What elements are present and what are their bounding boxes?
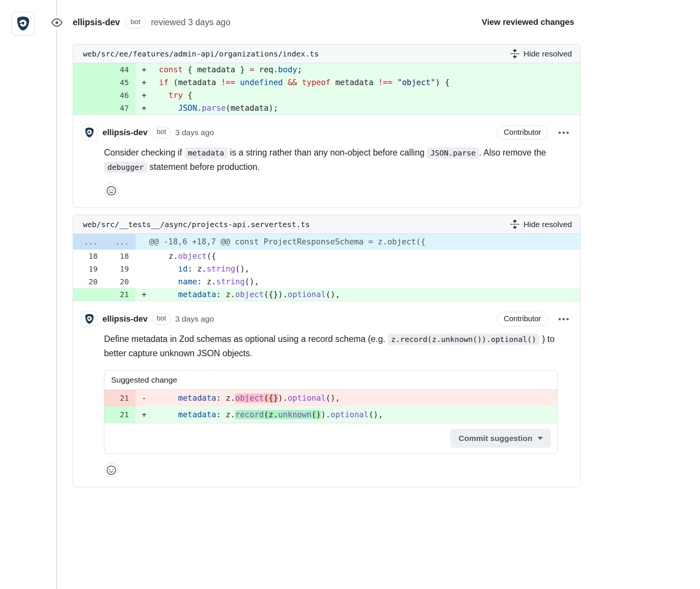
code-content: +const { metadata } = req.body; [136,63,580,76]
line-number[interactable] [73,102,104,114]
diff-sign: + [142,288,159,301]
code-content: name: z.string(), [136,275,580,288]
line-number[interactable]: 44 [104,63,136,76]
suggested-change-title: Suggested change [104,371,557,390]
diff-line: 21- metadata: z.object({}).optional(), [104,390,557,406]
code-content: + JSON.parse(metadata); [136,102,580,114]
inline-code: z.record(z.unknown()).optional() [388,334,540,345]
unfold-icon [510,49,520,59]
unfold-icon [510,219,520,229]
comment-timestamp[interactable]: 3 days ago [175,128,214,137]
diff-line: 1919 id: z.string(), [73,262,580,275]
commit-suggestion-button[interactable]: Commit suggestion [450,429,551,448]
line-number[interactable]: 21 [104,406,136,423]
review-meta-text: reviewed 3 days ago [151,17,231,27]
suggestion-diff: 21- metadata: z.object({}).optional(),21… [104,390,557,423]
comment-thread: ellipsis-dev bot 3 days ago Contributor … [73,114,580,208]
inline-code: debugger [104,162,147,173]
bot-badge: bot [152,127,171,138]
comment-header: ellipsis-dev bot 3 days ago Contributor [81,311,571,327]
code-content: - metadata: z.object({}).optional(), [136,390,557,406]
add-reaction-button[interactable] [104,463,118,477]
diff-line: 21+ metadata: z.record(z.unknown()).opti… [104,406,557,423]
code-content: z.object({ [136,250,580,262]
diff-sign: + [142,76,159,89]
diff-line: 21+ metadata: z.object({}).optional(), [73,288,580,301]
eye-icon [51,17,63,28]
diff-block: ......@@ -18,6 +18,7 @@ const ProjectRes… [73,234,580,301]
hide-resolved-button[interactable]: Hide resolved [510,49,572,59]
code-content: id: z.string(), [136,262,580,275]
ellipsis-logo-icon [83,127,95,139]
reviewer-avatar[interactable] [11,12,35,35]
line-number[interactable]: 18 [73,250,104,262]
line-number[interactable]: 21 [104,390,136,406]
code-content: + metadata: z.object({}).optional(), [136,288,580,301]
diff-line: 46+ try { [73,89,580,102]
diff-sign: + [142,89,159,102]
timeline-line [56,0,57,589]
line-number[interactable]: 21 [104,288,136,301]
smiley-icon [107,186,116,195]
kebab-menu-button[interactable] [556,315,571,323]
line-number[interactable]: 20 [73,275,104,288]
line-number[interactable] [73,76,104,89]
hide-resolved-button[interactable]: Hide resolved [510,219,572,229]
code-content: @@ -18,6 +18,7 @@ const ProjectResponseS… [136,234,580,250]
review-thread-card: web/src/__tests__/async/projects-api.ser… [73,215,581,487]
line-number[interactable] [73,288,104,301]
line-number[interactable]: 18 [104,250,136,262]
review-header: ellipsis-dev bot reviewed 3 days ago [73,17,231,28]
code-content: +if (metadata !== undefined && typeof me… [136,76,580,89]
line-number[interactable]: ... [104,234,136,250]
contributor-badge: Contributor [497,125,548,140]
line-number[interactable]: 19 [73,262,104,275]
caret-down-icon [538,437,543,440]
file-path[interactable]: web/src/__tests__/async/projects-api.ser… [83,220,310,229]
bot-badge: bot [125,17,145,28]
suggestion-footer: Commit suggestion [104,423,557,453]
comment-avatar[interactable] [81,311,97,327]
review-event-badge [50,15,64,30]
line-number[interactable]: ... [73,234,104,250]
hide-resolved-label: Hide resolved [524,220,572,229]
inline-code: JSON.parse [427,147,479,159]
reviewer-name[interactable]: ellipsis-dev [73,17,120,27]
comment-body: Define metadata in Zod schemas as option… [104,332,558,360]
kebab-menu-button[interactable] [556,129,571,137]
file-header: web/src/ee/features/admin-api/organizati… [73,44,580,63]
add-reaction-button[interactable] [104,183,118,198]
hide-resolved-label: Hide resolved [524,49,572,58]
code-content: + try { [136,89,580,102]
bot-badge: bot [152,313,171,325]
hunk-row: ......@@ -18,6 +18,7 @@ const ProjectRes… [73,234,580,250]
file-header: web/src/__tests__/async/projects-api.ser… [73,215,580,234]
ellipsis-logo-icon [14,15,32,32]
diff-line: 1818 z.object({ [73,250,580,262]
comment-thread: ellipsis-dev bot 3 days ago Contributor … [73,301,580,487]
comment-body: Consider checking if metadata is a strin… [104,146,558,174]
line-number[interactable]: 20 [104,275,136,288]
line-number[interactable]: 46 [104,89,136,102]
kebab-icon [558,317,569,321]
diff-block: 44+const { metadata } = req.body;45+if (… [73,63,580,114]
inline-code: metadata [185,147,228,159]
line-number[interactable]: 45 [104,76,136,89]
diff-sign: - [142,390,159,406]
diff-line: 45+if (metadata !== undefined && typeof … [73,76,580,89]
comment-author[interactable]: ellipsis-dev [102,128,148,137]
line-number[interactable] [73,89,104,102]
comment-timestamp[interactable]: 3 days ago [175,314,214,323]
line-number[interactable]: 47 [104,102,136,114]
file-path[interactable]: web/src/ee/features/admin-api/organizati… [83,49,319,58]
line-number[interactable] [73,63,104,76]
diff-line: 44+const { metadata } = req.body; [73,63,580,76]
diff-line: 2020 name: z.string(), [73,275,580,288]
line-number[interactable]: 19 [104,262,136,275]
contributor-badge: Contributor [497,312,548,326]
diff-line: 47+ JSON.parse(metadata); [73,102,580,114]
comment-author[interactable]: ellipsis-dev [102,314,148,324]
review-thread-card: web/src/ee/features/admin-api/organizati… [73,44,581,208]
comment-avatar[interactable] [81,125,97,140]
view-reviewed-changes-link[interactable]: View reviewed changes [482,17,574,27]
